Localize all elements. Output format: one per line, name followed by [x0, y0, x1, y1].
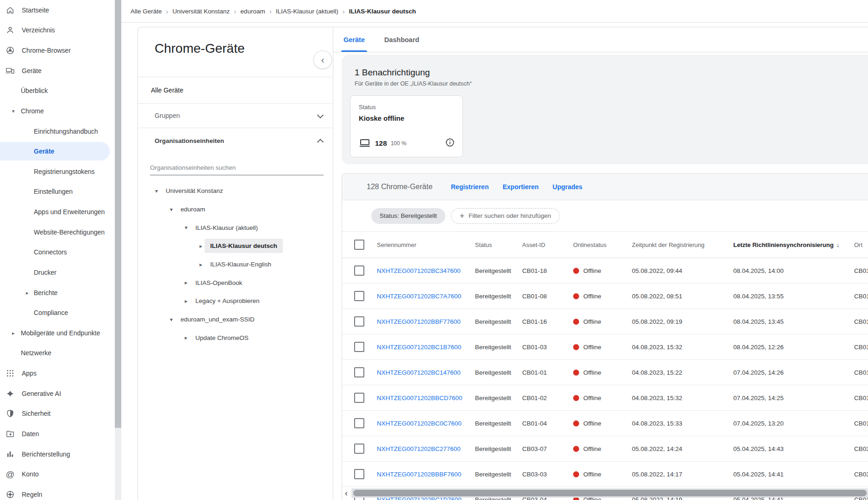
collapsed-arrow-icon[interactable]: ▸ — [198, 243, 204, 249]
sidebar-item-berblick[interactable]: Überblick — [0, 81, 115, 101]
row-checkbox[interactable] — [354, 469, 364, 479]
sidebar-scrollbar-thumb[interactable] — [115, 0, 121, 428]
expanded-arrow-icon[interactable]: ▾ — [153, 188, 160, 194]
sidebar-item-sicherheit[interactable]: Sicherheit — [0, 404, 115, 424]
expanded-arrow-icon[interactable]: ▾ — [168, 316, 175, 323]
collapsed-arrow-icon[interactable]: ▸ — [183, 279, 189, 286]
breadcrumb-item-ilias-klausur-aktuell[interactable]: ILIAS-Klausur (aktuell) — [276, 8, 338, 15]
page-title: Chrome-Geräte — [155, 41, 245, 56]
collapsed-arrow-icon[interactable]: ▸ — [183, 334, 189, 341]
sidebar-item-registrierungstokens[interactable]: Registrierungstokens — [0, 161, 115, 182]
row-checkbox[interactable] — [354, 367, 364, 377]
tab-ger-te[interactable]: Geräte — [334, 27, 375, 52]
horizontal-scrollbar-track[interactable] — [351, 488, 868, 498]
serial-number-link[interactable]: NXHTZEG0071202BC0C7600 — [377, 420, 475, 427]
sidebar-item-website-berechtigungen[interactable]: Website-Berechtigungen — [0, 222, 115, 242]
sidebar-item-verzeichnis[interactable]: Verzeichnis — [0, 20, 115, 41]
sidebar-item-mobilger-te-und-endpunkte[interactable]: ▸Mobilgeräte und Endpunkte — [0, 323, 115, 343]
horizontal-scrollbar-thumb[interactable] — [353, 490, 867, 496]
row-checkbox[interactable] — [354, 342, 364, 352]
sidebar-item-connectors[interactable]: Connectors — [0, 242, 115, 263]
tab-dashboard[interactable]: Dashboard — [375, 27, 429, 52]
add-filter-button[interactable]: + Filter suchen oder hinzufügen — [451, 208, 560, 224]
breadcrumb-separator-icon: › — [234, 7, 236, 15]
collapsed-arrow-icon[interactable]: ▸ — [26, 290, 29, 296]
sidebar-item-drucker[interactable]: Drucker — [0, 262, 115, 283]
sidebar-item-einrichtungshandbuch[interactable]: Einrichtungshandbuch — [0, 121, 115, 142]
column-header-letzte-richtliniensynchronisierung[interactable]: Letzte Richtliniensynchronisierung↓ — [733, 241, 854, 248]
registrieren-button[interactable]: Registrieren — [451, 183, 489, 191]
column-header-zeitpunkt-der-registrierung[interactable]: Zeitpunkt der Registrierung — [632, 241, 733, 248]
collapsed-arrow-icon[interactable]: ▸ — [12, 330, 15, 336]
org-units-section-toggle[interactable]: Organisationseinheiten — [138, 130, 333, 151]
serial-number-link[interactable]: NXHTZEG0071202BC7A7600 — [377, 293, 475, 300]
serial-number-link[interactable]: NXHTZEG0071202BBF77600 — [377, 318, 475, 325]
all-devices-item[interactable]: Alle Geräte — [138, 77, 333, 103]
expanded-arrow-icon[interactable]: ▾ — [12, 108, 15, 114]
sidebar-item-berichterstellung[interactable]: Berichterstellung — [0, 444, 115, 464]
serial-number-link[interactable]: NXHTZEG0071202BC277600 — [377, 445, 475, 452]
sidebar-item-netzwerke[interactable]: Netzwerke — [0, 343, 115, 364]
sidebar-item-chrome-browser[interactable]: Chrome-Browser — [0, 40, 115, 61]
breadcrumb-item-universit-t-konstanz[interactable]: Universität Konstanz — [173, 8, 230, 15]
groups-section-toggle[interactable]: Gruppen — [138, 103, 333, 128]
kiosk-offline-card[interactable]: Status Kioske offline 128 100 % — [350, 95, 463, 157]
expanded-arrow-icon[interactable]: ▾ — [168, 206, 175, 213]
tree-item-label: Update ChromeOS — [195, 334, 249, 341]
collapse-panel-button[interactable]: ‹ — [313, 50, 332, 69]
sidebar-item-berichte[interactable]: ▸Berichte — [0, 283, 115, 303]
tree-item-universit-t-konstanz[interactable]: ▾Universität Konstanz — [138, 182, 333, 200]
collapsed-arrow-icon[interactable]: ▸ — [183, 298, 189, 304]
column-header-asset-id[interactable]: Asset-ID — [522, 241, 573, 248]
sidebar-item-chrome[interactable]: ▾Chrome — [0, 101, 115, 121]
status-card-count-row: 128 100 % — [359, 138, 406, 148]
tree-item-ilias-openbook[interactable]: ▸ILIAS-OpenBook — [138, 273, 333, 292]
row-checkbox[interactable] — [354, 265, 364, 276]
sidebar-item-daten[interactable]: Daten — [0, 424, 115, 444]
tree-item-ilias-klausur-english[interactable]: ▸ILIAS-Klausur-English — [138, 255, 333, 274]
serial-number-link[interactable]: NXHTZEG0071202BC1B7600 — [377, 344, 475, 351]
serial-number-link[interactable]: NXHTZEG0071202BC347600 — [377, 267, 475, 274]
org-unit-search-input[interactable] — [150, 162, 324, 175]
sidebar-item-apps-und-erweiterungen[interactable]: Apps und Erweiterungen — [0, 202, 115, 222]
row-checkbox[interactable] — [354, 444, 364, 454]
column-header-status[interactable]: Status — [475, 241, 522, 248]
breadcrumb-item-alle-ger-te[interactable]: Alle Geräte — [131, 8, 162, 15]
sidebar-item-einstellungen[interactable]: Einstellungen — [0, 182, 115, 202]
upgrades-button[interactable]: Upgrades — [553, 183, 583, 191]
row-checkbox[interactable] — [354, 393, 364, 403]
tree-item-ilias-klausur-aktuell[interactable]: ▾ILIAS-Klausur (aktuell) — [138, 218, 333, 237]
tree-item-eduroam[interactable]: ▾eduroam — [138, 200, 333, 219]
status-filter-chip[interactable]: Status: Bereitgestellt — [371, 208, 445, 224]
sidebar-item-regeln[interactable]: Regeln — [0, 484, 115, 500]
breadcrumb-item-eduroam[interactable]: eduroam — [240, 8, 265, 15]
expanded-arrow-icon[interactable]: ▾ — [183, 224, 189, 231]
select-all-checkbox[interactable] — [354, 240, 364, 250]
tree-item-update-chromeos[interactable]: ▸Update ChromeOS — [138, 329, 333, 347]
serial-number-link[interactable]: NXHTZEG0071202BC147600 — [377, 369, 475, 376]
serial-number-link[interactable]: NXHTZEG0071202BBCD7600 — [377, 395, 475, 401]
row-checkbox[interactable] — [354, 316, 364, 327]
info-icon[interactable] — [445, 137, 455, 148]
tree-item-eduroam-und-exam-ssid[interactable]: ▾eduroam_und_exam-SSID — [138, 310, 333, 329]
column-header-ort[interactable]: Ort — [854, 241, 868, 248]
collapsed-arrow-icon[interactable]: ▸ — [198, 261, 204, 268]
registered-cell: 05.08.2022, 14:17 — [632, 471, 733, 478]
column-header-onlinestatus[interactable]: Onlinestatus — [573, 241, 632, 248]
scroll-left-icon[interactable]: ‹ — [345, 488, 348, 498]
tree-item-legacy-ausprobieren[interactable]: ▸Legacy + Ausprobieren — [138, 292, 333, 310]
column-header-seriennummer[interactable]: Seriennummer — [377, 241, 475, 248]
table-row: NXHTZEG0071202BBBF7600BereitgestelltCB03… — [342, 462, 868, 487]
row-checkbox[interactable] — [354, 291, 364, 301]
sidebar-item-compliance[interactable]: Compliance — [0, 302, 115, 323]
row-checkbox[interactable] — [354, 418, 364, 428]
sidebar-item-konto[interactable]: @Konto — [0, 464, 115, 484]
sidebar-item-startseite[interactable]: Startseite — [0, 0, 115, 20]
serial-number-link[interactable]: NXHTZEG0071202BBBF7600 — [377, 471, 475, 478]
sidebar-item-ger-te[interactable]: Geräte — [0, 141, 115, 161]
exportieren-button[interactable]: Exportieren — [503, 183, 539, 191]
sidebar-item-ger-te[interactable]: Geräte — [0, 61, 115, 81]
sidebar-item-generative-ai[interactable]: Generative AI — [0, 383, 115, 404]
tree-item-ilias-klausur-deutsch[interactable]: ▸ILIAS-Klausur deutsch — [138, 237, 333, 255]
sidebar-item-apps[interactable]: Apps — [0, 363, 115, 383]
